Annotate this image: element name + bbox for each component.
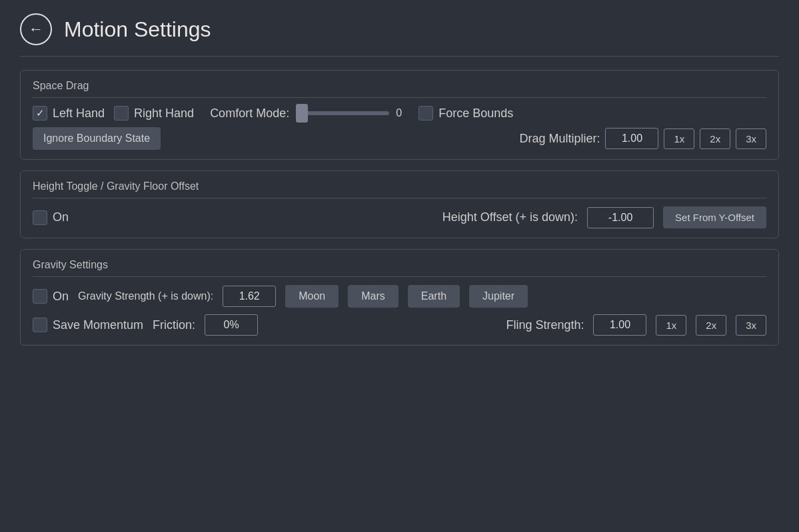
mars-button[interactable]: Mars (348, 285, 399, 308)
gravity-row2: Save Momentum Friction: Fling Strength: … (33, 314, 766, 336)
save-momentum-checkbox[interactable] (33, 318, 47, 332)
comfort-mode-group: Comfort Mode: 0 (210, 107, 409, 121)
drag-mult-2x-button[interactable]: 2x (700, 129, 730, 149)
drag-multiplier-label: Drag Multiplier: (519, 132, 600, 146)
left-hand-checkbox[interactable] (33, 106, 47, 121)
gravity-on-checkbox-item[interactable]: On (33, 289, 69, 304)
save-momentum-label: Save Momentum (53, 318, 143, 332)
height-on-checkbox[interactable] (33, 210, 47, 225)
space-drag-row2: Ignore Boundary State Drag Multiplier: 1… (33, 127, 766, 150)
gravity-on-checkbox[interactable] (33, 289, 47, 304)
right-hand-checkbox[interactable] (114, 106, 129, 121)
header: ← Motion Settings (20, 13, 779, 57)
height-offset-input[interactable] (587, 207, 654, 228)
fling-mult-1x-button[interactable]: 1x (656, 315, 686, 336)
friction-input[interactable] (205, 314, 258, 336)
left-hand-label: Left Hand (53, 107, 105, 121)
gravity-row1: On Gravity Strength (+ is down): Moon Ma… (33, 285, 766, 308)
gravity-settings-section: Gravity Settings On Gravity Strength (+ … (20, 249, 779, 346)
gravity-strength-label: Gravity Strength (+ is down): (78, 290, 213, 302)
drag-multiplier-input[interactable] (605, 128, 658, 149)
drag-mult-1x-button[interactable]: 1x (664, 129, 694, 149)
height-on-checkbox-item[interactable]: On (33, 210, 69, 225)
height-toggle-section: Height Toggle / Gravity Floor Offset On … (20, 170, 779, 238)
moon-button[interactable]: Moon (285, 285, 339, 308)
back-button[interactable]: ← (20, 13, 52, 45)
drag-mult-3x-button[interactable]: 3x (736, 129, 766, 149)
height-toggle-row1: On Height Offset (+ is down): Set From Y… (33, 206, 766, 228)
force-bounds-checkbox-item[interactable]: Force Bounds (418, 106, 513, 121)
fling-strength-label: Fling Strength: (506, 318, 584, 332)
earth-button[interactable]: Earth (408, 285, 460, 308)
left-hand-checkbox-item[interactable]: Left Hand (33, 106, 105, 121)
friction-label: Friction: (153, 318, 195, 332)
save-momentum-checkbox-item[interactable]: Save Momentum (33, 318, 143, 332)
space-drag-title: Space Drag (33, 80, 766, 98)
gravity-settings-title: Gravity Settings (33, 259, 766, 277)
force-bounds-checkbox[interactable] (418, 106, 433, 121)
fling-mult-3x-button[interactable]: 3x (736, 315, 766, 336)
page-title: Motion Settings (64, 17, 211, 42)
jupiter-button[interactable]: Jupiter (469, 285, 528, 308)
ignore-boundary-button[interactable]: Ignore Boundary State (33, 127, 161, 150)
comfort-mode-value: 0 (396, 107, 409, 119)
height-toggle-title: Height Toggle / Gravity Floor Offset (33, 180, 766, 198)
set-from-y-offset-button[interactable]: Set From Y-Offset (663, 206, 766, 228)
space-drag-row1: Left Hand Right Hand Comfort Mode: 0 For… (33, 106, 766, 121)
height-offset-label: Height Offset (+ is down): (442, 210, 578, 224)
space-drag-section: Space Drag Left Hand Right Hand Comfort … (20, 70, 779, 160)
comfort-mode-slider[interactable] (296, 111, 389, 115)
right-hand-checkbox-item[interactable]: Right Hand (114, 106, 194, 121)
height-on-label: On (53, 210, 69, 224)
force-bounds-label: Force Bounds (438, 107, 513, 121)
gravity-strength-input[interactable] (223, 286, 276, 307)
right-hand-label: Right Hand (134, 107, 194, 121)
drag-multiplier-group: Drag Multiplier: 1x 2x 3x (519, 128, 766, 149)
fling-strength-input[interactable] (593, 314, 646, 336)
fling-mult-2x-button[interactable]: 2x (696, 315, 726, 336)
comfort-mode-label: Comfort Mode: (210, 107, 289, 121)
gravity-on-label: On (53, 290, 69, 304)
page-container: ← Motion Settings Space Drag Left Hand R… (0, 0, 799, 370)
back-icon: ← (29, 21, 43, 38)
